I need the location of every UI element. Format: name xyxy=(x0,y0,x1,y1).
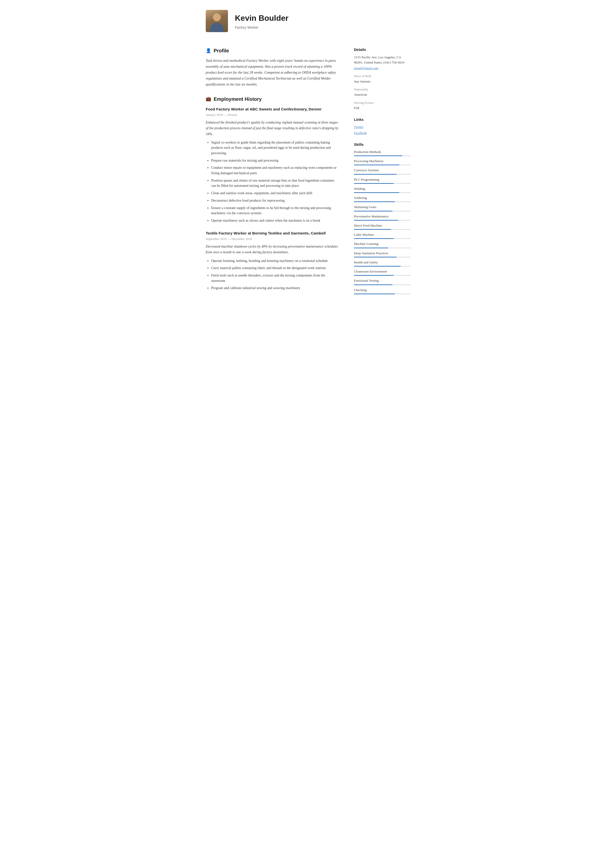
link-twitter[interactable]: Twitter xyxy=(354,124,411,129)
skill-name: Skimming Gears xyxy=(354,205,411,210)
profile-section: 👤 Profile Task driven and methodical Fac… xyxy=(206,47,339,87)
employment-section-title: 💼 Employment History xyxy=(206,95,339,103)
skill-name: Machine Learning xyxy=(354,241,411,246)
skill-item: Machine Learning xyxy=(354,241,411,248)
skill-bar-background xyxy=(354,220,411,220)
link-facebook[interactable]: Facebook xyxy=(354,130,411,135)
skill-name: Health and Safety xyxy=(354,260,411,265)
skill-item: Direct Feed Machine xyxy=(354,223,411,230)
skill-item: Checking xyxy=(354,287,411,294)
skill-bar-fill xyxy=(354,248,388,248)
job-2-bullets: Operate looming, knitting, braiding and … xyxy=(206,258,339,291)
skill-item: PLC Programming xyxy=(354,177,411,184)
place-of-birth-label: Place of birth xyxy=(354,74,411,79)
list-item: Operate looming, knitting, braiding and … xyxy=(211,258,339,264)
skill-name: Lathe Machine xyxy=(354,232,411,237)
skill-bar-background xyxy=(354,284,411,285)
skill-bar-background xyxy=(354,266,411,267)
avatar xyxy=(206,10,228,32)
skill-name: Preventative Maintenance xyxy=(354,214,411,219)
skill-bar-background xyxy=(354,183,411,184)
skill-bar-background xyxy=(354,293,411,294)
list-item: Operate machinery such as slicers and cu… xyxy=(211,218,339,224)
skill-name: Soldering xyxy=(354,196,411,200)
skill-name: Processing Machinery xyxy=(354,158,411,163)
skill-bar-background xyxy=(354,192,411,193)
skill-bar-fill xyxy=(354,192,399,193)
skill-name: Production Methods xyxy=(354,149,411,154)
skill-name: Direct Feed Machine xyxy=(354,223,411,228)
driving-license-value: Full xyxy=(354,106,411,110)
skill-name: Conveyor Systems xyxy=(354,168,411,173)
job-2: Textile Factory Worker at Borning Textil… xyxy=(206,230,339,291)
skill-item: Skimming Gears xyxy=(354,205,411,211)
skill-bar-background xyxy=(354,229,411,230)
job-1-dates: January 2019 — Present xyxy=(206,112,339,117)
skill-name: PLC Programming xyxy=(354,177,411,182)
list-item: Deconstruct defective food products for … xyxy=(211,198,339,203)
skill-bar-background xyxy=(354,275,411,276)
job-1: Food Factory Worker at ABC Sweets and Co… xyxy=(206,106,339,224)
list-item: Program and calibrate industrial sewing … xyxy=(211,286,339,291)
skill-bar-fill xyxy=(354,174,397,175)
skill-bar-fill xyxy=(354,229,391,230)
skill-item: Cleanroom Environment xyxy=(354,269,411,276)
skill-item: Deep Sanitation Practices xyxy=(354,251,411,258)
skill-item: Conveyor Systems xyxy=(354,168,411,174)
list-item: Conduct minor repairs to equipment and m… xyxy=(211,165,339,175)
skill-bar-fill xyxy=(354,257,397,258)
skills-title: Skills xyxy=(354,142,411,148)
resume-page: Kevin Boulder Factory Worker 👤 Profile T… xyxy=(196,0,418,323)
job-2-desc: Decreased machine shutdown cycles by 40%… xyxy=(206,244,339,255)
place-of-birth-value: San Antonio xyxy=(354,79,411,84)
list-item: Fetch tools such as needle threaders, sc… xyxy=(211,273,339,283)
header-info: Kevin Boulder Factory Worker xyxy=(235,12,288,30)
skill-bar-background xyxy=(354,211,411,211)
skill-bar-fill xyxy=(354,238,394,239)
skill-bar-fill xyxy=(354,284,392,285)
list-item: Clean and sanitize work areas, equipment… xyxy=(211,191,339,196)
nationality-value: American xyxy=(354,92,411,97)
list-item: Signal co-workers to guide them regardin… xyxy=(211,140,339,156)
skill-item: Production Methods xyxy=(354,149,411,156)
job-1-desc: Enhanced the finished product's quality … xyxy=(206,120,339,137)
profile-section-title: 👤 Profile xyxy=(206,47,339,54)
skill-item: Lathe Machine xyxy=(354,232,411,239)
skill-bar-background xyxy=(354,165,411,165)
skill-bar-fill xyxy=(354,275,394,276)
details-section: Details 1515 Pacific Ave, Los Angeles, C… xyxy=(354,47,411,110)
skill-name: Deep Sanitation Practices xyxy=(354,251,411,256)
details-title: Details xyxy=(354,47,411,53)
main-layout: 👤 Profile Task driven and methodical Fac… xyxy=(196,40,418,308)
job-2-title: Textile Factory Worker at Borning Textil… xyxy=(206,230,339,236)
skill-bar-fill xyxy=(354,183,394,184)
skill-bar-background xyxy=(354,248,411,248)
skill-bar-fill xyxy=(354,266,401,267)
skill-bar-background xyxy=(354,155,411,156)
skill-item: Health and Safety xyxy=(354,260,411,267)
skills-section: Skills Production MethodsProcessing Mach… xyxy=(354,142,411,294)
skill-item: Processing Machinery xyxy=(354,158,411,165)
links-title: Links xyxy=(354,117,411,123)
skill-bar-fill xyxy=(354,165,399,165)
list-item: Prepare raw materials for mixing and pro… xyxy=(211,158,339,163)
skill-bar-background xyxy=(354,238,411,239)
skill-bar-fill xyxy=(354,201,395,202)
nationality-label: Nationality xyxy=(354,87,411,92)
skill-bar-fill xyxy=(354,155,402,156)
skill-bar-background xyxy=(354,174,411,175)
profile-text: Task driven and methodical Factory Worke… xyxy=(206,58,339,87)
links-section: Links Twitter Facebook xyxy=(354,117,411,135)
skill-name: Checking xyxy=(354,287,411,292)
skill-bar-background xyxy=(354,257,411,258)
skill-bar-fill xyxy=(354,211,392,211)
skill-bar-fill xyxy=(354,293,395,294)
right-column: Details 1515 Pacific Ave, Los Angeles, C… xyxy=(349,40,418,308)
details-email[interactable]: email@email.com xyxy=(354,66,378,70)
skill-item: Functional Testing xyxy=(354,278,411,285)
list-item: Carry material pallets containing fabric… xyxy=(211,266,339,271)
employment-section: 💼 Employment History Food Factory Worker… xyxy=(206,95,339,291)
candidate-title: Factory Worker xyxy=(235,25,288,30)
skill-bar-background xyxy=(354,201,411,202)
job-1-bullets: Signal co-workers to guide them regardin… xyxy=(206,140,339,224)
